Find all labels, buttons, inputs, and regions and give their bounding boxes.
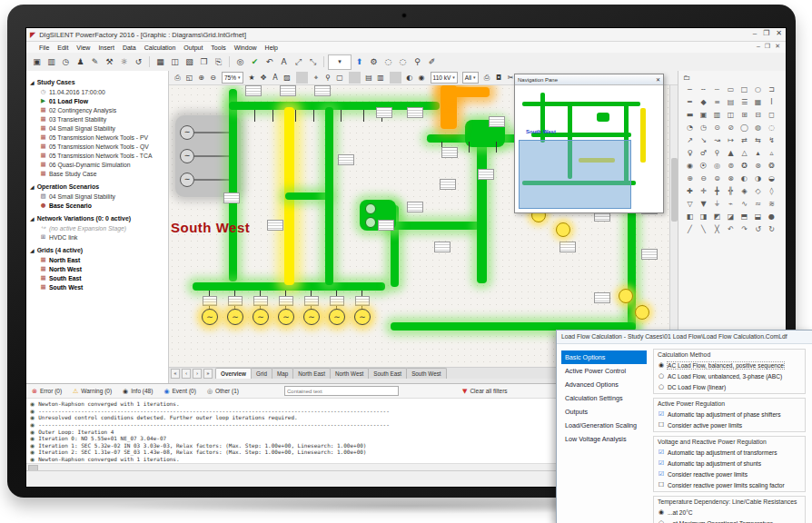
mdi-restore-button[interactable]: ❐ — [765, 43, 770, 50]
palette-header-icon[interactable]: 🗀 — [683, 74, 786, 82]
palette-symbol[interactable]: ◉ — [683, 160, 697, 173]
generator-icon[interactable] — [619, 289, 633, 303]
menu-item[interactable]: Insert — [98, 44, 114, 51]
result-box[interactable] — [376, 107, 392, 118]
palette-symbol[interactable]: ⊘ — [724, 122, 738, 134]
palette-symbol[interactable]: ◐ — [738, 173, 751, 185]
diagram-tab[interactable]: South East — [368, 368, 407, 379]
palette-symbol[interactable]: ↦ — [724, 134, 738, 147]
toolbar-icon[interactable] — [149, 56, 150, 67]
palette-symbol[interactable]: ∿ — [738, 198, 751, 211]
scrollbar-thumb[interactable] — [671, 158, 678, 222]
tree-item[interactable]: ▦ 05 Transmission Network Tools - QV — [26, 142, 168, 151]
dialog-nav-item[interactable]: Low Voltage Analysis — [561, 432, 647, 446]
diagram-tab[interactable]: Map — [272, 368, 293, 379]
upload-icon[interactable]: ⬆ — [352, 55, 366, 69]
palette-symbol[interactable]: ↗ — [683, 134, 697, 147]
generator-icon[interactable]: ∼ — [227, 309, 243, 325]
radio-checked-icon[interactable]: ◉ — [658, 508, 665, 516]
redo-icon[interactable]: ↶ — [262, 55, 276, 69]
search-icon[interactable]: ⚲ — [411, 55, 424, 69]
graphic-icon[interactable]: ▧ — [183, 55, 196, 69]
palette-symbol[interactable]: ≋ — [765, 198, 778, 211]
grid-icon[interactable]: ▦ — [153, 55, 167, 69]
radio-icon[interactable]: ○ — [658, 519, 665, 523]
checkbox-option[interactable]: ☑ Automatic tap adjustment of transforme… — [658, 447, 801, 458]
result-box[interactable] — [338, 154, 354, 165]
tree-item[interactable]: ▦ 04 Small Signal Stability — [26, 123, 168, 133]
palette-symbol[interactable]: ✪ — [738, 160, 751, 173]
mdi-close-button[interactable]: ✕ — [775, 43, 780, 50]
warning-filter[interactable]: ⚠ Warning (0) — [73, 388, 112, 395]
graphics-toolbar-icon[interactable] — [390, 72, 401, 84]
bus-line[interactable] — [285, 192, 331, 200]
palette-symbol[interactable]: ▵ — [765, 147, 778, 160]
palette-symbol[interactable]: ▭ — [724, 84, 738, 96]
palette-symbol[interactable]: ◈ — [738, 185, 751, 198]
result-box[interactable] — [223, 192, 240, 203]
result-box[interactable] — [441, 147, 458, 158]
palette-symbol[interactable]: ◑ — [751, 173, 765, 185]
tools-icon[interactable]: ⚒ — [103, 55, 116, 69]
diagram-tab[interactable]: North West — [330, 368, 369, 379]
palette-symbol[interactable]: ╱ — [683, 223, 697, 236]
layer-select[interactable]: All▾ — [462, 72, 479, 84]
pan-icon[interactable]: ✥ — [258, 72, 270, 84]
bus-line[interactable] — [325, 107, 333, 285]
result-box[interactable] — [641, 249, 658, 260]
result-box[interactable] — [267, 220, 283, 231]
dialog-nav-item[interactable]: Basic Options — [561, 350, 647, 364]
voltage-level-select[interactable]: 110 kV▾ — [431, 72, 458, 84]
graphics-toolbar-icon[interactable] — [296, 72, 308, 84]
palette-symbol[interactable]: ◊ — [765, 185, 778, 198]
checkbox-option[interactable]: ☑ Automatic tap adjustment of phase shif… — [658, 409, 801, 419]
graphics-toolbar-icon[interactable] — [349, 72, 361, 84]
search-icon[interactable]: ⚲ — [322, 72, 334, 84]
checkbox-checked-icon[interactable]: ☑ — [658, 410, 665, 418]
tree-section-operation-scenarios[interactable]: ◢ Operation Scenarios — [26, 182, 168, 192]
palette-symbol[interactable]: ♀ — [683, 147, 697, 160]
result-box[interactable] — [440, 179, 456, 190]
palette-symbol[interactable]: ❂ — [765, 160, 778, 173]
target-icon[interactable]: ⌖ — [311, 72, 322, 84]
event-filter[interactable]: ◉ Event (0) — [163, 388, 195, 395]
edit-icon[interactable]: ✎ — [88, 55, 102, 69]
tab-scroll-button[interactable]: » — [203, 369, 213, 379]
text-icon[interactable]: A — [270, 72, 282, 84]
palette-symbol[interactable]: ◷ — [697, 122, 710, 134]
checkbox-icon[interactable]: ☐ — [658, 481, 665, 488]
palette-symbol[interactable]: ≈ — [751, 198, 765, 211]
palette-symbol[interactable]: ⊞ — [738, 109, 751, 122]
palette-symbol[interactable]: ⇆ — [751, 134, 765, 147]
palette-symbol[interactable]: ◇ — [751, 185, 765, 198]
palette-symbol[interactable]: ▴ — [751, 147, 765, 160]
other-filter[interactable]: ◎ Other (1) — [207, 388, 239, 395]
info-filter[interactable]: ◉ Info (48) — [123, 388, 153, 395]
undo-icon[interactable]: ↺ — [132, 55, 145, 69]
tree-item[interactable]: ▨ 04 Small Signal Stability — [26, 192, 168, 201]
toolbar-icon[interactable] — [229, 56, 230, 67]
machine-icon[interactable] — [365, 217, 376, 228]
palette-symbol[interactable]: ○ — [751, 84, 765, 96]
result-box[interactable] — [559, 242, 576, 252]
palette-symbol[interactable]: ═ — [683, 96, 697, 109]
zoom-level-select[interactable]: 75%▾ — [222, 72, 243, 84]
copy-icon[interactable]: ⎘ — [212, 55, 225, 69]
contained-text-input[interactable] — [284, 386, 399, 396]
generator-icon[interactable] — [556, 222, 570, 237]
palette-symbol[interactable]: ⦿ — [697, 160, 710, 173]
tree-item-grid[interactable]: ▦ South West — [26, 282, 168, 291]
dropdown-icon[interactable]: ▾ — [328, 54, 352, 70]
layers-icon[interactable]: ▤ — [363, 72, 375, 84]
generator-icon[interactable]: ∼ — [303, 309, 320, 325]
record-icon[interactable]: ◉ — [416, 72, 428, 84]
minimize-button[interactable]: – — [753, 29, 757, 37]
menu-item[interactable]: View — [76, 44, 90, 51]
bus-line[interactable] — [477, 125, 487, 283]
palette-symbol[interactable]: ⊙ — [710, 122, 724, 134]
checkbox-icon[interactable]: ☐ — [658, 421, 665, 429]
user-icon[interactable]: ♟ — [74, 55, 87, 69]
radio-option[interactable]: ○ DC Load Flow (linear) — [658, 381, 801, 392]
palette-symbol[interactable]: ─ — [683, 84, 697, 96]
palette-symbol[interactable]: ↶ — [724, 223, 738, 236]
